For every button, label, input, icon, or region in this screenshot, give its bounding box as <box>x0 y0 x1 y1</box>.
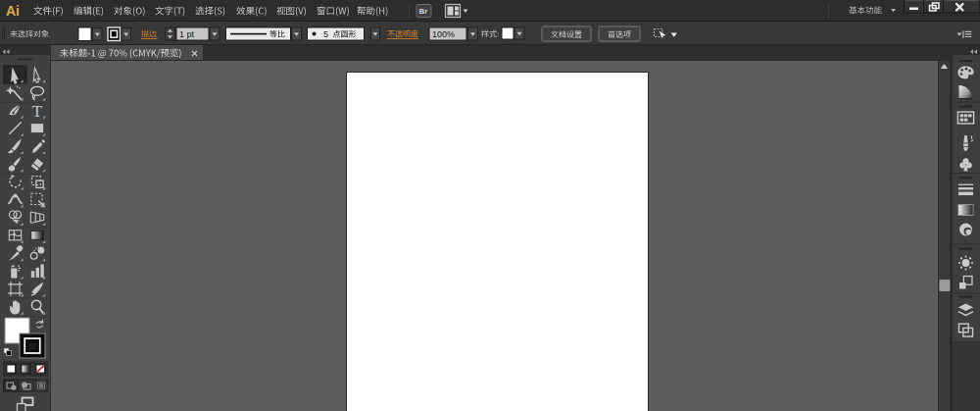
svg-text:Ai: Ai <box>6 3 20 19</box>
svg-text:T: T <box>32 102 42 121</box>
svg-text:5: 5 <box>323 29 328 39</box>
svg-text:Br: Br <box>419 7 428 16</box>
svg-text:1 pt: 1 pt <box>179 29 195 39</box>
svg-text:100%: 100% <box>432 29 455 39</box>
